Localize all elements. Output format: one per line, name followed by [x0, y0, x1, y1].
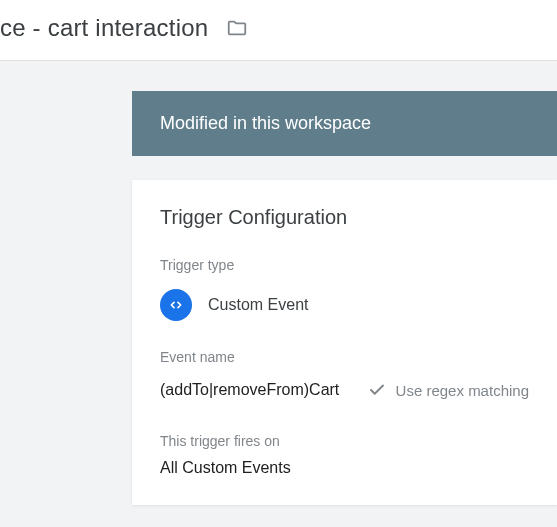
event-name-label: Event name	[160, 349, 529, 365]
banner-text: Modified in this workspace	[160, 113, 371, 133]
trigger-type-row[interactable]: Custom Event	[160, 289, 529, 321]
fires-on-label: This trigger fires on	[160, 433, 529, 449]
check-icon	[368, 381, 386, 399]
card-title: Trigger Configuration	[160, 206, 529, 229]
event-name-row: (addTo|removeFrom)Cart Use regex matchin…	[160, 381, 529, 399]
page-header: ce - cart interaction	[0, 0, 557, 61]
workspace-modified-banner: Modified in this workspace	[132, 91, 557, 156]
trigger-type-label: Trigger type	[160, 257, 529, 273]
trigger-configuration-card[interactable]: Trigger Configuration Trigger type Custo…	[132, 180, 557, 505]
event-name-value: (addTo|removeFrom)Cart	[160, 381, 339, 399]
content-area: Modified in this workspace Trigger Confi…	[0, 61, 557, 527]
trigger-type-name: Custom Event	[208, 296, 308, 314]
regex-matching-option[interactable]: Use regex matching	[368, 381, 529, 399]
page-title: ce - cart interaction	[0, 14, 208, 42]
code-icon	[160, 289, 192, 321]
regex-matching-label: Use regex matching	[396, 382, 529, 399]
folder-icon[interactable]	[226, 17, 248, 39]
fires-on-value: All Custom Events	[160, 459, 529, 477]
